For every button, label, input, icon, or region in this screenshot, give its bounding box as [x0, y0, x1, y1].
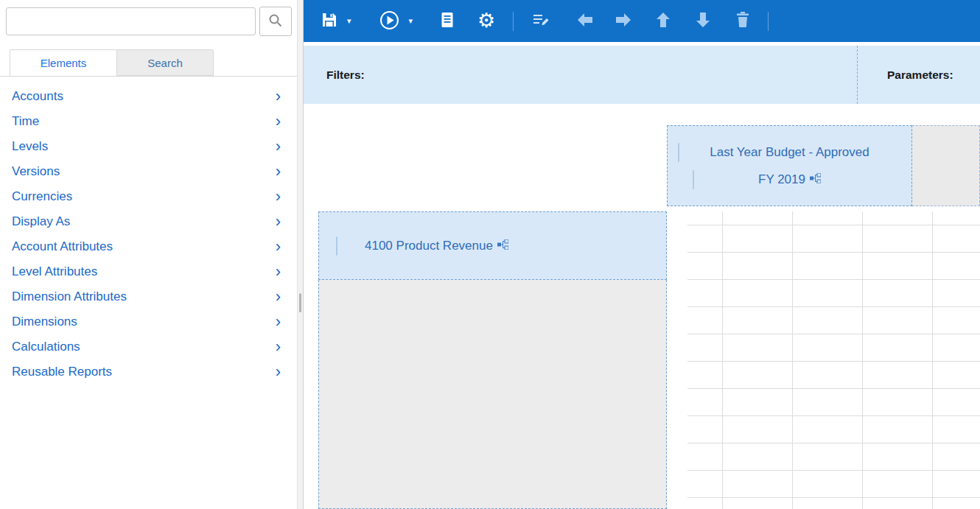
version-element-label: Last Year Budget - Approved: [710, 145, 869, 160]
hierarchy-icon[interactable]: [810, 172, 821, 187]
tree-item-label: Calculations: [12, 340, 80, 354]
elements-panel: Elements Search Accounts › Time › Levels…: [0, 0, 297, 509]
save-button[interactable]: [317, 6, 342, 37]
tree-item-label: Dimension Attributes: [12, 289, 127, 304]
panel-tabs: Elements Search: [0, 49, 297, 77]
toolbar-divider: [513, 12, 514, 31]
tab-search[interactable]: Search: [117, 49, 214, 76]
account-element-label: 4100 Product Revenue: [365, 239, 493, 253]
move-left-button[interactable]: [573, 6, 597, 37]
run-report-button[interactable]: [375, 6, 404, 37]
tree-item-dimension-attributes[interactable]: Dimension Attributes ›: [0, 284, 297, 309]
filters-parameters-divider: [857, 46, 858, 104]
report-builder-window: Elements Search Accounts › Time › Levels…: [0, 0, 980, 509]
tree-item-accounts[interactable]: Accounts ›: [0, 84, 297, 109]
tree-item-label: Account Attributes: [12, 239, 113, 254]
chevron-right-icon: ›: [276, 164, 281, 180]
chevron-right-icon: ›: [276, 88, 281, 105]
tree-item-label: Levels: [12, 139, 48, 154]
tree-item-calculations[interactable]: Calculations ›: [0, 334, 297, 359]
drag-handle[interactable]: [678, 143, 679, 162]
modify-elements-button[interactable]: [528, 6, 554, 37]
gear-icon: ⚙: [477, 11, 495, 31]
chevron-right-icon: ›: [276, 138, 281, 155]
report-canvas: Last Year Budget - Approved FY 2019: [304, 104, 980, 509]
hierarchy-icon[interactable]: [497, 239, 508, 253]
tree-item-levels[interactable]: Levels ›: [0, 134, 297, 159]
search-icon: [268, 13, 283, 30]
tree-item-currencies[interactable]: Currencies ›: [0, 184, 297, 209]
settings-button[interactable]: ⚙: [473, 6, 500, 37]
tree-item-display-as[interactable]: Display As ›: [0, 209, 297, 234]
chevron-right-icon: ›: [276, 264, 281, 280]
search-button[interactable]: [259, 7, 292, 36]
run-menu-button[interactable]: ▾: [404, 6, 418, 37]
move-up-button[interactable]: [651, 6, 675, 37]
chevron-right-icon: ›: [276, 314, 281, 330]
run-icon: [379, 10, 399, 32]
parameters-label: Parameters:: [887, 69, 953, 82]
arrow-up-icon: [656, 13, 671, 29]
move-right-button[interactable]: [612, 6, 635, 37]
drag-handle[interactable]: [336, 236, 337, 256]
resizer-grip-icon: [299, 293, 301, 312]
caret-down-icon: ▾: [409, 17, 413, 25]
arrow-left-icon: [578, 13, 592, 29]
toolbar-divider: [768, 12, 769, 31]
save-icon: [321, 12, 337, 30]
filters-bar[interactable]: Filters: Parameters:: [304, 46, 980, 104]
arrow-down-icon: [696, 13, 710, 29]
delete-button[interactable]: [731, 6, 755, 37]
report-designer: ▾ ▾: [304, 0, 980, 509]
report-icon: [439, 12, 455, 30]
tree-item-level-attributes[interactable]: Level Attributes ›: [0, 259, 297, 284]
time-element-label: FY 2019: [758, 172, 805, 187]
tree-item-dimensions[interactable]: Dimensions ›: [0, 309, 297, 334]
tree-item-label: Time: [12, 114, 39, 129]
elements-tree: Accounts › Time › Levels › Versions › Cu…: [0, 84, 297, 385]
column-element-version[interactable]: Last Year Budget - Approved: [668, 142, 911, 163]
move-down-button[interactable]: [691, 6, 715, 37]
tree-item-account-attributes[interactable]: Account Attributes ›: [0, 234, 297, 259]
column-dropzone-empty[interactable]: [912, 125, 980, 206]
arrow-right-icon: [616, 13, 631, 29]
report-properties-button[interactable]: [435, 6, 460, 37]
caret-down-icon: ▾: [347, 17, 351, 25]
chevron-right-icon: ›: [276, 189, 281, 205]
tree-item-reusable-reports[interactable]: Reusable Reports ›: [0, 359, 297, 385]
toolbar: ▾ ▾: [304, 0, 980, 42]
trash-icon: [735, 12, 750, 30]
tree-item-label: Versions: [12, 164, 60, 179]
tree-item-time[interactable]: Time ›: [0, 109, 297, 134]
modify-lines-icon: [533, 12, 550, 30]
spreadsheet-grid: [687, 211, 980, 509]
tree-item-label: Accounts: [12, 89, 63, 104]
tree-item-label: Currencies: [12, 189, 72, 204]
search-input[interactable]: [6, 7, 256, 35]
tab-elements[interactable]: Elements: [10, 49, 117, 76]
chevron-right-icon: ›: [276, 339, 281, 355]
row-dropzone[interactable]: 4100 Product Revenue: [318, 211, 667, 280]
tree-item-versions[interactable]: Versions ›: [0, 159, 297, 184]
panel-resizer[interactable]: [297, 0, 304, 509]
search-row: [0, 0, 297, 41]
filters-label: Filters:: [326, 69, 365, 82]
drag-handle[interactable]: [693, 170, 694, 189]
tree-item-label: Reusable Reports: [12, 365, 112, 379]
chevron-right-icon: ›: [276, 289, 281, 305]
column-element-time[interactable]: FY 2019: [668, 169, 911, 190]
chevron-right-icon: ›: [276, 239, 281, 255]
tree-item-label: Display As: [12, 214, 70, 229]
tree-item-label: Dimensions: [12, 315, 77, 329]
chevron-right-icon: ›: [276, 214, 281, 230]
tree-item-label: Level Attributes: [12, 264, 97, 279]
save-menu-button[interactable]: ▾: [342, 6, 356, 37]
column-dropzone[interactable]: Last Year Budget - Approved FY 2019: [667, 125, 912, 206]
chevron-right-icon: ›: [276, 113, 281, 130]
chevron-right-icon: ›: [276, 364, 281, 380]
row-dropzone-empty[interactable]: [318, 280, 667, 509]
